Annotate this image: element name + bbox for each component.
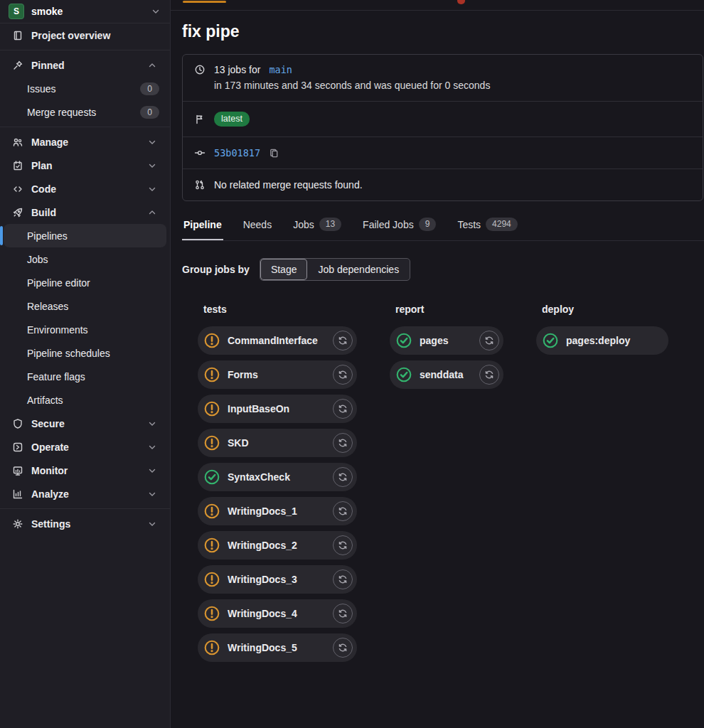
job-name: pages xyxy=(420,335,448,346)
sidebar-item-label: Pipelines xyxy=(27,230,68,242)
job-card[interactable]: senddata xyxy=(390,360,503,389)
retry-button[interactable] xyxy=(333,365,353,385)
job-card[interactable]: InputBaseOn xyxy=(198,395,357,423)
chevron-down-icon xyxy=(146,488,158,500)
main-content: fix pipe 13 jobs for main in 173 minutes… xyxy=(171,0,704,728)
tests-badge: 4294 xyxy=(486,218,518,231)
sidebar-item-pinned[interactable]: Pinned xyxy=(4,53,166,77)
sidebar-item-analyze[interactable]: Analyze xyxy=(4,482,166,505)
sidebar-item-label: Analyze xyxy=(31,488,139,500)
job-name: WritingDocs_5 xyxy=(228,642,297,653)
pipeline-summary-row: 13 jobs for main in 173 minutes and 34 s… xyxy=(183,55,703,101)
duration-text: in 173 minutes and 34 seconds and was qu… xyxy=(214,80,691,91)
group-by-stage-button[interactable]: Stage xyxy=(260,259,308,280)
retry-button[interactable] xyxy=(479,331,499,350)
sidebar-item-merge-requests[interactable]: Merge requests 0 xyxy=(4,100,166,124)
job-card[interactable]: WritingDocs_3 xyxy=(198,565,357,594)
job-card[interactable]: WritingDocs_1 xyxy=(198,497,357,525)
sidebar-item-jobs[interactable]: Jobs xyxy=(4,247,166,271)
sidebar-item-label: Code xyxy=(31,183,139,195)
retry-button[interactable] xyxy=(333,535,353,555)
sidebar-item-feature-flags[interactable]: Feature flags xyxy=(4,365,166,388)
header-cutoff-strip xyxy=(171,0,704,11)
code-icon xyxy=(12,183,23,195)
project-avatar: S xyxy=(9,4,24,19)
commit-sha-link[interactable]: 53b01817 xyxy=(214,147,260,159)
job-card[interactable]: Forms xyxy=(198,360,357,389)
sidebar-item-pipelines[interactable]: Pipelines xyxy=(4,224,166,247)
retry-button[interactable] xyxy=(333,638,353,658)
job-name: pages:deploy xyxy=(566,335,630,346)
job-card[interactable]: pages xyxy=(390,326,503,355)
sidebar-item-label: Feature flags xyxy=(27,371,85,382)
tab-jobs[interactable]: Jobs 13 xyxy=(292,210,343,240)
sidebar-item-project-overview[interactable]: Project overview xyxy=(4,23,166,47)
group-by-dependencies-button[interactable]: Job dependencies xyxy=(307,259,410,280)
sidebar-item-label: Manage xyxy=(31,136,139,148)
gear-icon xyxy=(12,518,23,530)
project-switcher[interactable]: S smoke xyxy=(0,0,170,23)
warning-icon xyxy=(203,639,220,656)
sidebar-item-issues[interactable]: Issues 0 xyxy=(4,77,166,100)
retry-button[interactable] xyxy=(333,433,353,453)
sidebar-item-label: Merge requests xyxy=(27,107,96,118)
chevron-down-icon xyxy=(146,160,158,171)
tab-failed-jobs[interactable]: Failed Jobs 9 xyxy=(361,210,437,240)
divider xyxy=(0,127,170,127)
sidebar-item-monitor[interactable]: Monitor xyxy=(4,459,166,482)
sidebar-item-code[interactable]: Code xyxy=(4,177,166,200)
job-card[interactable]: WritingDocs_2 xyxy=(198,531,357,560)
branch-link[interactable]: main xyxy=(269,64,292,75)
sidebar-item-environments[interactable]: Environments xyxy=(4,318,166,341)
retry-button[interactable] xyxy=(333,569,353,589)
retry-button[interactable] xyxy=(333,501,353,521)
truncated-button-fragment xyxy=(183,1,226,3)
retry-button[interactable] xyxy=(333,331,353,350)
tab-pipeline[interactable]: Pipeline xyxy=(182,210,223,240)
sidebar-item-label: Secure xyxy=(31,418,139,429)
job-card[interactable]: WritingDocs_4 xyxy=(198,599,357,628)
sidebar-item-build[interactable]: Build xyxy=(4,200,166,224)
chevron-down-icon xyxy=(146,441,158,453)
latest-badge[interactable]: latest xyxy=(214,112,250,127)
sidebar-item-artifacts[interactable]: Artifacts xyxy=(4,388,166,412)
job-card[interactable]: SyntaxCheck xyxy=(198,463,357,491)
chevron-up-icon xyxy=(146,60,158,71)
tab-label: Pipeline xyxy=(183,219,222,230)
job-name: CommandInterface xyxy=(228,335,318,346)
sidebar-item-manage[interactable]: Manage xyxy=(4,130,166,154)
stage-column-report: report pages senddata xyxy=(390,304,503,668)
sidebar-item-pipeline-editor[interactable]: Pipeline editor xyxy=(4,271,166,294)
sidebar-item-pipeline-schedules[interactable]: Pipeline schedules xyxy=(4,341,166,365)
warning-icon xyxy=(203,366,220,383)
warning-icon xyxy=(203,537,220,554)
merge-request-row: No related merge requests found. xyxy=(183,168,703,200)
latest-row: latest xyxy=(183,101,703,136)
sidebar-item-plan[interactable]: Plan xyxy=(4,154,166,177)
job-card[interactable]: WritingDocs_5 xyxy=(198,633,357,662)
copy-icon[interactable] xyxy=(269,148,279,159)
retry-button[interactable] xyxy=(333,467,353,487)
chevron-up-icon xyxy=(146,207,158,218)
job-card[interactable]: SKD xyxy=(198,429,357,457)
retry-button[interactable] xyxy=(333,604,353,623)
tab-tests[interactable]: Tests 4294 xyxy=(456,210,518,240)
group-by-segmented-control: Stage Job dependencies xyxy=(260,258,410,281)
job-card[interactable]: pages:deploy xyxy=(536,326,668,355)
retry-button[interactable] xyxy=(333,399,353,419)
sidebar-item-settings[interactable]: Settings xyxy=(4,512,166,535)
sidebar-item-operate[interactable]: Operate xyxy=(4,435,166,459)
group-jobs-by: Group jobs by Stage Job dependencies xyxy=(182,258,704,281)
tab-label: Needs xyxy=(243,219,272,230)
tab-needs[interactable]: Needs xyxy=(242,210,273,240)
project-icon xyxy=(12,30,23,41)
sidebar-item-releases[interactable]: Releases xyxy=(4,294,166,318)
calendar-icon xyxy=(12,160,23,171)
active-indicator xyxy=(0,226,3,245)
jobs-count-text: 13 jobs for xyxy=(214,64,260,75)
job-name: SyntaxCheck xyxy=(228,471,290,483)
retry-button[interactable] xyxy=(479,365,499,385)
stage-name: report xyxy=(395,304,503,315)
job-card[interactable]: CommandInterface xyxy=(198,326,357,355)
sidebar-item-secure[interactable]: Secure xyxy=(4,412,166,435)
